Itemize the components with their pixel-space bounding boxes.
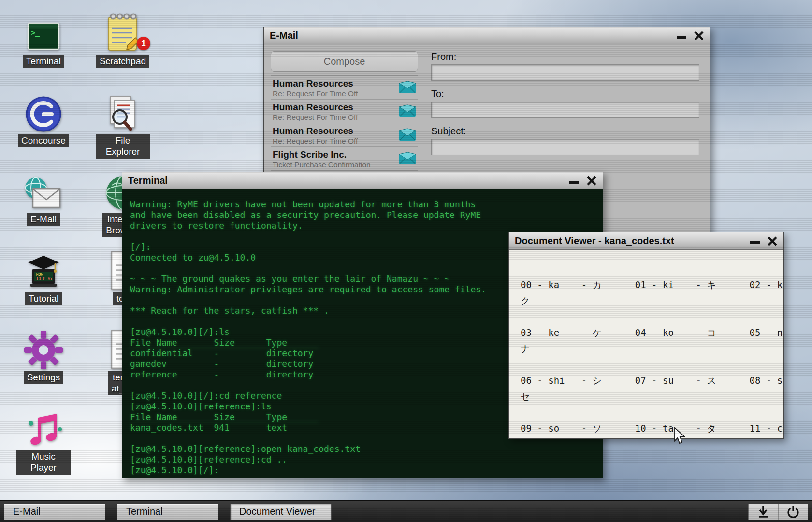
terminal-icon: >_ bbox=[22, 10, 65, 54]
desktop-icon-label: Tutorial bbox=[25, 292, 62, 305]
desktop-icon-label: Settings bbox=[24, 371, 64, 384]
email-sender: Human Resources bbox=[273, 78, 396, 89]
subject-label: Subject: bbox=[431, 126, 699, 137]
envelope-icon bbox=[399, 81, 416, 96]
email-list-item[interactable]: Human Resources Re: Request For Time Off bbox=[271, 76, 418, 100]
taskbar-button-document-viewer[interactable]: Document Viewer bbox=[230, 504, 332, 520]
document-line bbox=[521, 357, 777, 373]
document-line bbox=[521, 405, 777, 420]
minimize-icon[interactable] bbox=[750, 241, 760, 244]
email-subject: Ticket Purchase Confirmation bbox=[273, 160, 396, 169]
minimize-icon[interactable] bbox=[569, 181, 579, 184]
document-line bbox=[521, 309, 777, 325]
document-line: ナ bbox=[521, 341, 777, 357]
email-window-titlebar[interactable]: E-Mail bbox=[264, 27, 710, 44]
file-explorer-icon bbox=[101, 89, 145, 133]
taskbar-button-terminal[interactable]: Terminal bbox=[117, 504, 218, 520]
terminal-line: and have been disabled as a security pre… bbox=[130, 210, 598, 220]
desktop-icon-music-player[interactable]: Music Player bbox=[16, 405, 71, 475]
desktop-icon-label: Scratchpad bbox=[96, 55, 149, 68]
document-viewer-titlebar[interactable]: Document Viewer - kana_codes.txt bbox=[509, 232, 783, 250]
svg-text:TO PLAY: TO PLAY bbox=[36, 277, 53, 281]
tutorial-icon: HOWTO PLAY bbox=[22, 247, 65, 291]
music-icon bbox=[22, 405, 65, 450]
to-field[interactable] bbox=[431, 102, 699, 118]
document-line: セ bbox=[521, 389, 777, 405]
desktop-icon-label: Concourse bbox=[18, 134, 69, 147]
document-content[interactable]: 00 - ka - カ 01 - ki - キ 02 - ku - ク 03 -… bbox=[509, 250, 783, 438]
desktop-icon-label: Terminal bbox=[23, 55, 64, 68]
desktop-icon-file-explorer[interactable]: File Explorer bbox=[96, 89, 150, 159]
scratchpad-icon: 1 bbox=[101, 10, 145, 54]
email-list: Human Resources Re: Request For Time Off… bbox=[271, 75, 418, 171]
document-line: 03 - ke - ケ 04 - ko - コ 05 - na - bbox=[521, 325, 777, 341]
download-icon[interactable] bbox=[748, 504, 778, 520]
from-label: From: bbox=[431, 51, 699, 62]
desktop-icon-label: Music Player bbox=[16, 450, 71, 475]
close-icon[interactable] bbox=[586, 175, 597, 186]
terminal-line: [zu@4.5.10.0][reference]:cd .. bbox=[130, 454, 598, 465]
taskbar-button-label: E-Mail bbox=[13, 506, 41, 517]
desktop-icon-tutorial[interactable]: HOWTO PLAY Tutorial bbox=[16, 247, 71, 305]
notification-badge: 1 bbox=[137, 37, 150, 50]
email-list-item[interactable]: Flight Scribe Inc. Ticket Purchase Confi… bbox=[271, 147, 418, 171]
email-icon bbox=[22, 168, 65, 212]
concourse-icon bbox=[22, 89, 65, 133]
email-subject: Re: Request For Time Off bbox=[273, 113, 396, 122]
subject-field[interactable] bbox=[431, 139, 699, 155]
taskbar-system-tray bbox=[748, 504, 808, 520]
terminal-line: [zu@4.5.10.0][reference]:open kana_codes… bbox=[130, 444, 598, 454]
svg-text:>_: >_ bbox=[31, 29, 40, 37]
terminal-line: Warning: RyME drivers have not been upda… bbox=[130, 199, 598, 210]
terminal-window-title: Terminal bbox=[128, 175, 168, 186]
email-list-item[interactable]: Human Resources Re: Request For Time Off bbox=[271, 100, 418, 123]
email-sender: Flight Scribe Inc. bbox=[273, 149, 396, 160]
desktop-icon-label: E-Mail bbox=[27, 213, 60, 226]
gear-icon bbox=[22, 326, 65, 370]
compose-button[interactable]: Compose bbox=[271, 51, 418, 72]
from-field[interactable] bbox=[431, 64, 699, 81]
email-list-item[interactable]: Human Resources Re: Request For Time Off bbox=[271, 123, 418, 147]
terminal-window-titlebar[interactable]: Terminal bbox=[122, 172, 603, 189]
email-window-title: E-Mail bbox=[270, 30, 298, 41]
document-viewer-title: Document Viewer - kana_codes.txt bbox=[515, 235, 674, 246]
document-line: 09 - so - ソ 10 - ta - タ 11 - chi - bbox=[521, 420, 777, 436]
desktop-icon-e-mail[interactable]: E-Mail bbox=[16, 168, 71, 226]
svg-text:HOW: HOW bbox=[36, 273, 44, 277]
email-sender: Human Resources bbox=[273, 126, 396, 136]
close-icon[interactable] bbox=[767, 236, 778, 246]
taskbar-button-e-mail[interactable]: E-Mail bbox=[4, 504, 105, 520]
document-line: 06 - shi - シ 07 - su - ス 08 - se - bbox=[521, 373, 777, 389]
minimize-icon[interactable] bbox=[677, 36, 686, 39]
email-sender: Human Resources bbox=[273, 102, 396, 113]
terminal-line: drivers to restore functionality. bbox=[130, 220, 598, 231]
desktop-icon-label: File Explorer bbox=[96, 134, 150, 159]
envelope-icon bbox=[399, 152, 416, 167]
taskbar-button-label: Document Viewer bbox=[239, 506, 315, 517]
taskbar-button-label: Terminal bbox=[126, 506, 163, 517]
power-icon[interactable] bbox=[778, 504, 808, 520]
to-label: To: bbox=[431, 88, 699, 100]
document-line: ク bbox=[521, 293, 777, 309]
close-icon[interactable] bbox=[694, 30, 704, 41]
desktop-icon-scratchpad[interactable]: 1 Scratchpad bbox=[96, 10, 150, 68]
terminal-line: [zu@4.5.10.0][/]: bbox=[130, 465, 598, 476]
document-viewer-window: Document Viewer - kana_codes.txt 00 - ka… bbox=[508, 232, 784, 439]
envelope-icon bbox=[399, 128, 416, 143]
email-subject: Re: Request For Time Off bbox=[273, 89, 396, 98]
desktop-icon-concourse[interactable]: Concourse bbox=[16, 89, 71, 147]
desktop-icon-settings[interactable]: Settings bbox=[16, 326, 71, 384]
email-subject: Re: Request For Time Off bbox=[273, 137, 396, 145]
envelope-icon bbox=[399, 104, 416, 119]
desktop-icon-terminal[interactable]: >_ Terminal bbox=[16, 10, 71, 68]
taskbar: E-Mail Terminal Document Viewer bbox=[0, 500, 812, 522]
document-line: 00 - ka - カ 01 - ki - キ 02 - ku - bbox=[521, 277, 777, 293]
